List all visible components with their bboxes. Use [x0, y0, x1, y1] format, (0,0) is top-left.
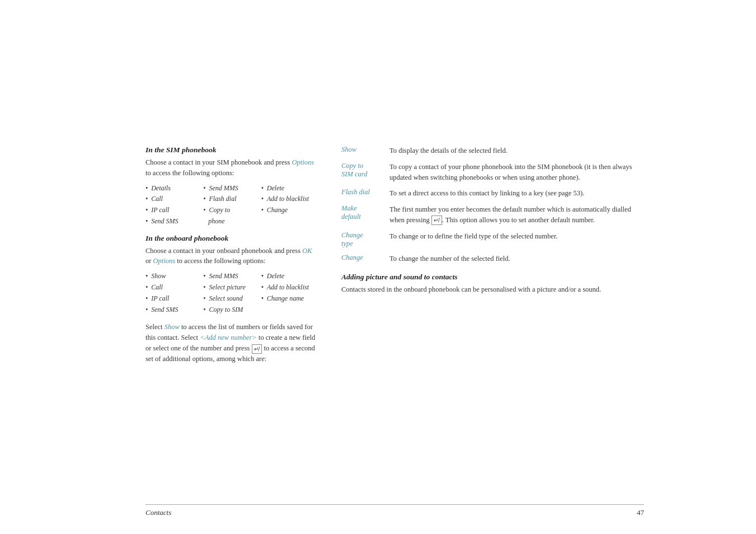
def-term-change: Change	[341, 254, 381, 262]
onboard-intro: Choose a contact in your onboard phonebo…	[145, 246, 319, 267]
def-term-copy-to-sim: Copy toSIM card	[341, 162, 381, 179]
sim-opt-flashdial: • Flash dial	[203, 194, 261, 205]
right-column: Show To display the details of the selec…	[341, 146, 644, 500]
adding-section: Adding picture and sound to contacts Con…	[341, 273, 644, 295]
body-paragraph: Select Show to access the list of number…	[145, 322, 319, 364]
onboard-ok-link: OK	[302, 247, 312, 255]
sim-col1: • Details • Call • IP call • Send SMS	[145, 183, 203, 227]
onboard-section: In the onboard phonebook Choose a contac…	[145, 234, 319, 316]
definition-list: Show To display the details of the selec…	[341, 146, 644, 264]
footer: Contacts 47	[145, 504, 644, 517]
def-desc-show: To display the details of the selected f…	[389, 146, 644, 156]
def-item-copy-to-sim: Copy toSIM card To copy a contact of you…	[341, 162, 644, 183]
sim-options-link: Options	[292, 158, 314, 166]
left-column: In the SIM phonebook Choose a contact in…	[145, 146, 319, 500]
onboard-opt-addblacklist: • Add to blacklist	[261, 282, 319, 293]
onboard-opt-sendsms: • Send SMS	[145, 305, 203, 316]
show-link: Show	[165, 323, 180, 331]
sim-opt-sendmms: • Send MMS	[203, 183, 261, 194]
onboard-opt-changename: • Change name	[261, 293, 319, 305]
onboard-intro-text3: to access the following options:	[177, 257, 265, 265]
sim-opt-copyto: • Copy to	[203, 205, 261, 216]
onboard-opt-call: • Call	[145, 282, 203, 293]
def-item-make-default: Makedefault The first number you enter b…	[341, 204, 644, 226]
sim-opt-change: • Change	[261, 205, 319, 216]
sim-options-grid: • Details • Call • IP call • Send SMS • …	[145, 183, 319, 227]
def-item-show: Show To display the details of the selec…	[341, 146, 644, 156]
onboard-intro-text2: or	[145, 257, 151, 265]
sim-opt-call: • Call	[145, 194, 203, 205]
sim-intro-text2: to access the following options:	[145, 169, 234, 177]
adding-section-title: Adding picture and sound to contacts	[341, 273, 644, 282]
onboard-intro-text1: Choose a contact in your onboard phonebo…	[145, 247, 300, 255]
def-item-change: Change To change the number of the selec…	[341, 254, 644, 264]
adding-section-text: Contacts stored in the onboard phonebook…	[341, 284, 644, 295]
onboard-opt-delete: • Delete	[261, 271, 319, 282]
add-new-link: <Add new number>	[200, 334, 257, 341]
onboard-col1: • Show • Call • IP call • Send SMS	[145, 271, 203, 315]
def-term-change-type: Changetype	[341, 231, 381, 248]
def-term-show: Show	[341, 146, 381, 154]
sim-col2: • Send MMS • Flash dial • Copy to phone	[203, 183, 261, 227]
onboard-col3: • Delete • Add to blacklist • Change nam…	[261, 271, 319, 315]
page: In the SIM phonebook Choose a contact in…	[0, 0, 756, 534]
sim-opt-addblacklist: • Add to blacklist	[261, 194, 319, 205]
sim-opt-details: • Details	[145, 183, 203, 194]
def-desc-flash-dial: To set a direct access to this contact b…	[389, 188, 644, 199]
def-desc-copy-to-sim: To copy a contact of your phone phoneboo…	[389, 162, 644, 183]
onboard-opt-sendmms: • Send MMS	[203, 271, 261, 282]
onboard-opt-show: • Show	[145, 271, 203, 282]
sim-opt-sendsms: • Send SMS	[145, 216, 203, 227]
def-term-flash-dial: Flash dial	[341, 188, 381, 196]
onboard-col2: • Send MMS • Select picture • Select sou…	[203, 271, 261, 315]
sim-section-title: In the SIM phonebook	[145, 146, 319, 154]
onboard-options-grid: • Show • Call • IP call • Send SMS • Sen…	[145, 271, 319, 315]
def-desc-change-type: To change or to define the field type of…	[389, 231, 644, 242]
def-desc-change: To change the number of the selected fie…	[389, 254, 644, 264]
onboard-opt-copytosim: • Copy to SIM	[203, 305, 261, 316]
footer-right: 47	[637, 508, 644, 517]
def-term-make-default: Makedefault	[341, 204, 381, 221]
onboard-opt-selectpicture: • Select picture	[203, 282, 261, 293]
onboard-opt-selectsound: • Select sound	[203, 293, 261, 305]
sim-opt-ipcall: • IP call	[145, 205, 203, 216]
sim-col3: • Delete • Add to blacklist • Change	[261, 183, 319, 227]
sim-opt-delete: • Delete	[261, 183, 319, 194]
content-area: In the SIM phonebook Choose a contact in…	[145, 146, 644, 500]
sim-intro-text1: Choose a contact in your SIM phonebook a…	[145, 158, 290, 166]
body-text1: Select	[145, 323, 163, 331]
sim-section: In the SIM phonebook Choose a contact in…	[145, 146, 319, 227]
sim-intro: Choose a contact in your SIM phonebook a…	[145, 157, 319, 179]
onboard-options-link: Options	[153, 257, 176, 265]
footer-left: Contacts	[145, 508, 171, 517]
onboard-opt-ipcall: • IP call	[145, 293, 203, 305]
onboard-section-title: In the onboard phonebook	[145, 234, 319, 243]
def-item-flash-dial: Flash dial To set a direct access to thi…	[341, 188, 644, 199]
key-icon: ↵/	[252, 344, 262, 354]
def-desc-make-default: The first number you enter becomes the d…	[389, 204, 644, 226]
key-icon-make-default: ↵/	[431, 216, 442, 225]
def-item-change-type: Changetype To change or to define the fi…	[341, 231, 644, 248]
sim-opt-phone: phone	[203, 216, 261, 227]
